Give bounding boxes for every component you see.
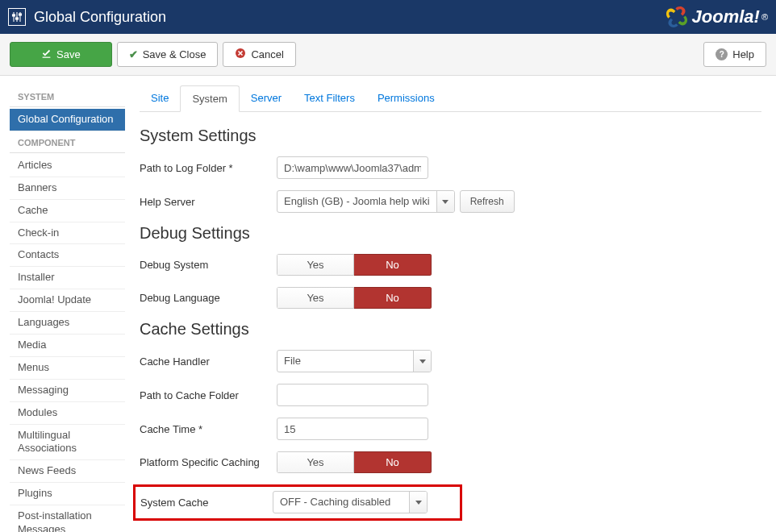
save-button[interactable]: Save	[10, 42, 112, 67]
input-cache-time[interactable]	[277, 418, 428, 440]
section-title-debug: Debug Settings	[140, 224, 761, 243]
toolbar: Save ✔ Save & Close Cancel ? Help	[0, 34, 776, 76]
sidebar-item-media[interactable]: Media	[10, 335, 125, 357]
tab-text-filters[interactable]: Text Filters	[293, 85, 366, 111]
tab-system[interactable]: System	[180, 85, 239, 112]
radio-debug-system-no[interactable]: No	[354, 254, 432, 276]
help-label: Help	[732, 48, 754, 60]
svg-rect-6	[43, 56, 51, 57]
label-help-server: Help Server	[140, 196, 277, 208]
sidebar-item-modules[interactable]: Modules	[10, 402, 125, 425]
sidebar-item-global-configuration[interactable]: Global Configuration	[10, 109, 125, 131]
section-title-system: System Settings	[140, 127, 761, 145]
select-help-server[interactable]: English (GB) - Joomla help wiki	[277, 190, 455, 213]
cancel-icon	[235, 48, 246, 61]
tabs: SiteSystemServerText FiltersPermissions	[140, 85, 761, 112]
cancel-label: Cancel	[251, 48, 283, 60]
section-title-cache: Cache Settings	[140, 320, 761, 339]
tab-permissions[interactable]: Permissions	[366, 85, 446, 111]
joomla-mark-icon	[666, 6, 687, 27]
sidebar-item-banners[interactable]: Banners	[10, 177, 125, 200]
brand-text: Joomla!	[692, 6, 760, 27]
save-label: Save	[56, 48, 81, 60]
save-icon	[41, 48, 52, 61]
sidebar: SYSTEM Global Configuration COMPONENT Ar…	[0, 76, 125, 532]
save-close-label: Save & Close	[143, 48, 207, 60]
select-help-server-text: English (GB) - Joomla help wiki	[277, 191, 436, 212]
sidebar-item-contacts[interactable]: Contacts	[10, 244, 125, 267]
toolbar-left: Save ✔ Save & Close Cancel	[10, 42, 296, 67]
row-system-cache: System Cache OFF - Caching disabled	[140, 491, 455, 513]
svg-rect-5	[19, 14, 22, 15]
sidebar-item-articles[interactable]: Articles	[10, 155, 125, 177]
label-cache-path: Path to Cache Folder	[140, 389, 277, 401]
sidebar-item-cache[interactable]: Cache	[10, 200, 125, 222]
highlight-box: System Cache OFF - Caching disabled	[133, 484, 462, 521]
row-log-path: Path to Log Folder *	[140, 156, 761, 179]
sidebar-item-check-in[interactable]: Check-in	[10, 222, 125, 245]
sidebar-group-system: SYSTEM	[10, 85, 125, 107]
radio-platform-caching-yes[interactable]: Yes	[277, 451, 354, 473]
sidebar-item-joomla-update[interactable]: Joomla! Update	[10, 289, 125, 312]
main: SiteSystemServerText FiltersPermissions …	[125, 76, 776, 532]
row-help-server: Help Server English (GB) - Joomla help w…	[140, 190, 761, 213]
chevron-down-icon[interactable]	[436, 191, 454, 212]
chevron-down-icon[interactable]	[413, 351, 431, 372]
tab-site[interactable]: Site	[140, 85, 180, 111]
label-platform-caching: Platform Specific Caching	[140, 456, 277, 468]
cancel-button[interactable]: Cancel	[223, 42, 295, 67]
radio-debug-language-no[interactable]: No	[354, 287, 432, 309]
sidebar-item-installer[interactable]: Installer	[10, 267, 125, 289]
label-cache-time: Cache Time *	[140, 423, 277, 435]
radio-platform-caching-no[interactable]: No	[354, 451, 432, 473]
help-icon: ?	[716, 48, 728, 60]
sidebar-item-post-installation-messages[interactable]: Post-installation Messages	[10, 505, 125, 532]
radio-platform-caching: Yes No	[277, 451, 432, 473]
tab-server[interactable]: Server	[240, 85, 293, 111]
label-cache-handler: Cache Handler	[140, 355, 277, 368]
svg-rect-4	[16, 18, 19, 19]
sidebar-item-plugins[interactable]: Plugins	[10, 483, 125, 505]
header-left: Global Configuration	[8, 8, 166, 26]
row-debug-system: Debug System Yes No	[140, 254, 761, 276]
sidebar-item-menus[interactable]: Menus	[10, 357, 125, 380]
select-cache-handler[interactable]: File	[277, 350, 432, 372]
input-cache-path[interactable]	[277, 384, 428, 406]
input-log-path[interactable]	[277, 156, 428, 179]
label-debug-system: Debug System	[140, 259, 277, 271]
row-cache-handler: Cache Handler File	[140, 350, 761, 372]
select-system-cache-text: OFF - Caching disabled	[273, 492, 409, 513]
sidebar-item-multilingual-associations[interactable]: Multilingual Associations	[10, 425, 125, 461]
page-title: Global Configuration	[34, 9, 166, 26]
svg-rect-3	[13, 15, 15, 16]
select-cache-handler-text: File	[277, 351, 413, 372]
radio-debug-language-yes[interactable]: Yes	[277, 287, 354, 309]
sidebar-item-news-feeds[interactable]: News Feeds	[10, 460, 125, 483]
label-log-path: Path to Log Folder *	[140, 162, 277, 174]
content: SYSTEM Global Configuration COMPONENT Ar…	[0, 76, 776, 532]
save-close-button[interactable]: ✔ Save & Close	[117, 42, 219, 67]
check-icon: ✔	[129, 48, 138, 60]
select-system-cache[interactable]: OFF - Caching disabled	[273, 491, 428, 513]
row-cache-time: Cache Time *	[140, 418, 761, 440]
sidebar-group-component: COMPONENT	[10, 131, 125, 153]
sidebar-item-messaging[interactable]: Messaging	[10, 380, 125, 402]
label-system-cache: System Cache	[140, 497, 273, 509]
refresh-button[interactable]: Refresh	[460, 190, 515, 213]
chevron-down-icon[interactable]	[409, 492, 427, 513]
page-header: Global Configuration Joomla!®	[0, 0, 776, 34]
row-debug-language: Debug Language Yes No	[140, 287, 761, 309]
config-icon	[8, 8, 26, 26]
help-button[interactable]: ? Help	[703, 42, 766, 67]
row-cache-path: Path to Cache Folder	[140, 384, 761, 406]
radio-debug-system: Yes No	[277, 254, 432, 276]
toolbar-right: ? Help	[703, 42, 766, 67]
label-debug-language: Debug Language	[140, 292, 277, 304]
radio-debug-language: Yes No	[277, 287, 432, 309]
joomla-logo: Joomla!®	[666, 6, 768, 27]
radio-debug-system-yes[interactable]: Yes	[277, 254, 354, 276]
sidebar-item-languages[interactable]: Languages	[10, 312, 125, 335]
brand-reg: ®	[761, 12, 768, 22]
row-platform-caching: Platform Specific Caching Yes No	[140, 451, 761, 473]
